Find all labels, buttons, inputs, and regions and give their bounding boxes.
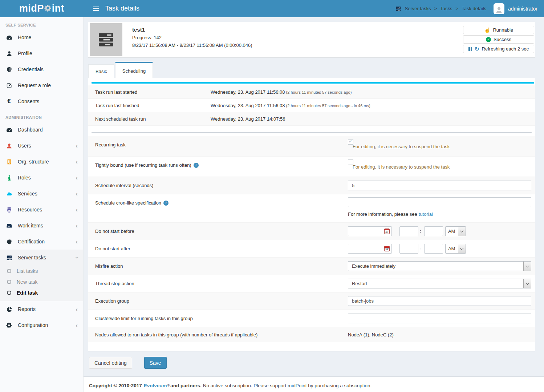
gear-icon (6, 322, 12, 328)
field-value: Wednesday, 23. Aug 2017 11:56:08 (211, 103, 285, 108)
recurring-checkbox[interactable] (348, 139, 353, 145)
sidebar-item-org-structure[interactable]: Org. structure ‹ (0, 154, 83, 170)
not-before-hour-input[interactable] (399, 226, 418, 236)
not-after-minute-input[interactable] (424, 244, 443, 254)
refresh-status-button[interactable]: ↻ Refreshing each 2 sec (463, 45, 534, 53)
cancel-editing-button[interactable]: Cancel editing (89, 357, 132, 369)
calendar-icon[interactable]: 17 (384, 229, 390, 234)
sidebar-item-list-tasks[interactable]: List tasks (0, 266, 83, 276)
sidebar-item-configuration[interactable]: Configuration ‹ (0, 317, 83, 333)
save-button[interactable]: Save (144, 357, 167, 369)
not-before-minute-input[interactable] (424, 226, 443, 236)
sidebar-item-reports[interactable]: Reports ‹ (0, 301, 83, 317)
success-status-button[interactable]: ✓ Success (463, 35, 534, 44)
sidebar-item-label: Resources (18, 207, 42, 213)
breadcrumb-item[interactable]: Server tasks (405, 6, 431, 11)
pie-chart-icon (6, 306, 12, 312)
schedule-interval-input[interactable] (348, 181, 531, 190)
sidebar-item-profile[interactable]: Profile (0, 45, 83, 61)
sidebar-section-administration: ADMINISTRATION (0, 109, 83, 122)
tutorial-link[interactable]: tutorial (419, 211, 433, 217)
sidebar-item-label: Consents (18, 98, 39, 104)
time-separator: : (420, 229, 421, 234)
field-label: Task run last started (95, 89, 211, 95)
row-misfire-action: Misfire action Execute immediately (88, 258, 535, 275)
calendar-icon[interactable]: 17 (384, 246, 390, 251)
row-nodes-allowed: Nodes allowed to run tasks in this group… (88, 327, 535, 342)
sidebar-item-services[interactable]: Services ‹ (0, 186, 83, 202)
misfire-action-select[interactable]: Execute immediately (348, 261, 531, 271)
shield-icon (6, 66, 12, 73)
sidebar-item-server-tasks[interactable]: Server tasks ‹ (0, 250, 83, 266)
page-title: Task details (105, 5, 139, 12)
sidebar-item-roles[interactable]: Roles ‹ (0, 170, 83, 186)
tab-basic[interactable]: Basic (88, 64, 114, 78)
not-before-ampm-select[interactable]: AM (445, 226, 466, 236)
field-label: Schedule cron-like specification (95, 200, 161, 206)
sidebar-item-label: Certification (18, 239, 45, 245)
cron-specification-input[interactable] (348, 197, 531, 207)
task-title: test1 (132, 27, 252, 33)
not-after-hour-input[interactable] (399, 244, 418, 254)
thread-stop-action-select[interactable]: Restart (348, 279, 531, 288)
sidebar-item-work-items[interactable]: Work items ‹ (0, 218, 83, 234)
sidebar-item-label: Profile (18, 50, 32, 56)
subscription-message: No active subscription. Please support m… (203, 383, 372, 388)
cron-help-text: For more information, please see (348, 211, 417, 217)
user-menu[interactable]: administrator (494, 3, 537, 14)
sidebar-item-edit-task[interactable]: Edit task (0, 287, 83, 298)
sidebar-item-home[interactable]: Home (0, 29, 83, 45)
sidebar-item-consents[interactable]: € Consents (0, 93, 83, 109)
logo-text-pre: midP (19, 3, 44, 14)
accent-bar (92, 82, 534, 84)
breadcrumb-item[interactable]: Tasks (440, 6, 452, 11)
sidebar-item-credentials[interactable]: Credentials (0, 61, 83, 77)
sidebar-item-new-task[interactable]: New task (0, 276, 83, 287)
copyright-text: Copyright © 2010-2017 (89, 383, 142, 388)
field-label: Nodes allowed to run tasks in this group… (95, 332, 348, 338)
field-label: Do not start after (95, 246, 348, 251)
section-divider (92, 132, 532, 133)
database-icon (6, 207, 12, 213)
task-summary-panel: test1 Progress: 142 8/23/17 11:56:08 AM … (88, 22, 535, 57)
chevron-down-icon (523, 279, 531, 288)
clusterwide-limit-input[interactable] (348, 314, 531, 323)
sidebar-item-certification[interactable]: Certification ‹ (0, 234, 83, 250)
field-label: Misfire action (95, 263, 348, 269)
sidebar-toggle-button[interactable] (89, 0, 103, 17)
refresh-icon: ↻ (475, 46, 479, 52)
chevron-left-icon: ‹ (76, 159, 78, 165)
row-next-scheduled-task-run: Next scheduled task run Wednesday, 23. A… (88, 112, 535, 126)
time-separator: : (420, 246, 421, 251)
evolveum-link[interactable]: Evolveum (144, 383, 167, 388)
gear-icon (44, 3, 52, 15)
task-date-range: 8/23/17 11:56:08 AM - 8/23/17 11:56:08 A… (132, 43, 252, 48)
chevron-left-icon: ‹ (76, 322, 78, 328)
tightly-bound-checkbox[interactable] (348, 159, 353, 165)
sidebar-item-dashboard[interactable]: Dashboard (0, 122, 83, 138)
row-recurring-task: Recurring task For editing, it is necess… (88, 136, 535, 157)
not-after-ampm-select[interactable]: AM (445, 244, 466, 254)
row-task-run-last-finished: Task run last finished Wednesday, 23. Au… (88, 99, 535, 112)
midpoint-logo[interactable]: midPint (0, 0, 84, 17)
sidebar-item-users[interactable]: Users ‹ (0, 138, 83, 154)
sidebar-item-resources[interactable]: Resources ‹ (0, 202, 83, 218)
info-icon[interactable]: i (163, 201, 169, 206)
pencil-square-icon (6, 82, 12, 89)
username: administrator (508, 6, 537, 12)
hand-pointer-icon: ☝ (484, 28, 490, 33)
execution-group-input[interactable] (348, 296, 531, 306)
row-do-not-start-before: Do not start before 17 : AM (88, 223, 535, 240)
chevron-left-icon: ‹ (76, 239, 78, 245)
runnable-status-button[interactable]: ☝ Runnable (463, 26, 534, 34)
sidebar: SELF SERVICE Home Profile Credentials Re… (0, 17, 84, 392)
sidebar-subitem-label: List tasks (17, 268, 38, 274)
info-icon[interactable]: i (194, 163, 199, 168)
sidebar-section-self-service: SELF SERVICE (0, 17, 83, 29)
sidebar-item-label: Work items (18, 223, 43, 229)
sidebar-item-request-a-role[interactable]: Request a role (0, 77, 83, 93)
tab-scheduling[interactable]: Scheduling (115, 62, 153, 78)
chevron-down-icon (458, 244, 466, 253)
chevron-down-icon: ‹ (74, 256, 80, 259)
sidebar-item-label: Credentials (18, 66, 44, 72)
